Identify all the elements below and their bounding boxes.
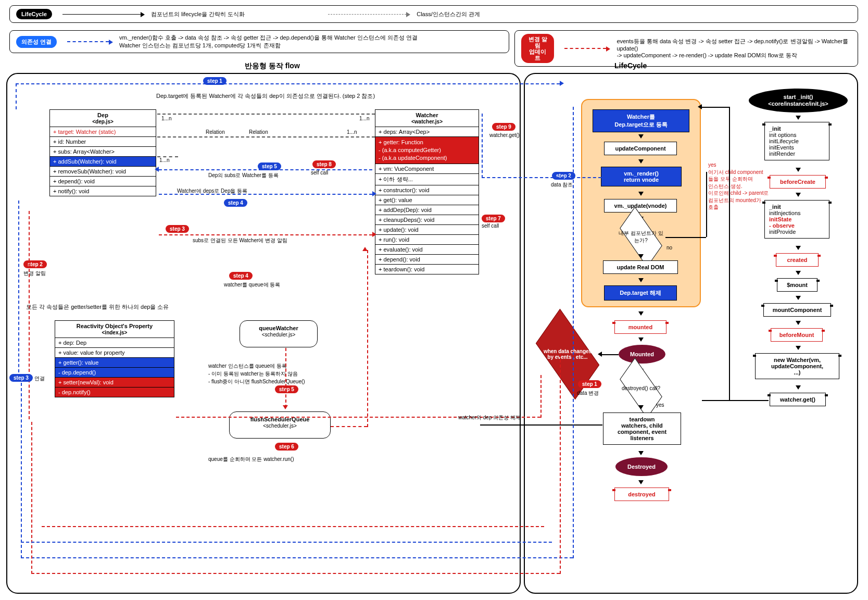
section-title-lifecycle: LifeCycle [614,61,647,70]
lc-render: vm._render() return vnode [601,167,682,186]
yes-note: yes 여기서 child component 들을 모두 순회하며 인스턴스 … [708,161,769,211]
rstep5-badge: step 5 [275,385,298,393]
blue-arrow-icon [67,41,109,42]
lc-mountComponent: mountComponent [763,303,831,317]
step1-badge: step 1 [203,77,227,85]
lc-change: when data changes by events , etc... [534,333,601,375]
step5-note: Dep의 subs로 Watcher를 등록 [208,172,279,179]
lc-destroyed-oval: Destroyed [615,457,668,476]
lc-diamond-inner: 내부 컴포넌트가 있는가? [618,224,664,250]
diagram-canvas: LifeCycle 컴포넌트의 lifecycle을 간략히 도식화 Class… [0,0,868,600]
lc-teardown: teardown watchers, child component, even… [603,413,681,445]
relation-1: Relation [206,129,225,135]
lc-upd: vm._update(vnode) [604,199,677,213]
lc-created: created [776,253,819,267]
rstep6-badge: step 6 [275,443,298,451]
lc-start: start _init() <core/instance/init.js> [749,89,848,113]
step2-right-note: data 참조 [551,181,573,189]
solid-arrow-icon [62,14,141,15]
rstep3-note: subs로 연결된 모든 Watcher에 변경 알림 [193,237,287,244]
lc-uc: updateComponent [604,142,677,155]
queue-notes: watcher 인스턴스를 queue에 등록- 이미 등록된 watcher는… [208,354,305,385]
lc-release: Dep.target 해제 [604,285,677,301]
legend-row2: 의존성 연결 vm._render()함수 호출 -> data 속성 참조 -… [9,30,509,53]
lc-no: no [666,245,672,251]
rstep1-note: data 변경 [577,390,599,397]
dashed-arrow-icon [328,14,406,15]
step4-badge: step 4 [224,199,247,207]
step2-right-badge: step 2 [552,172,575,180]
legend-dep-text: vm._render()함수 호출 -> data 속성 참조 -> 속성 ge… [119,34,418,49]
rstep4-note: watcher를 queue에 등록 [224,281,280,289]
cleanup-note: watcher와 dep 의존성 해제 [458,414,521,421]
rstep4-badge: step 4 [229,272,253,280]
queue-watcher: queueWatcher<scheduler.js> [240,320,318,347]
rstep9-badge: step 9 [492,123,515,131]
rstep1-badge: step 1 [578,380,601,388]
lc-watcher-get: watcher.get() [770,393,826,406]
rstep2-note: 변경 알림 [23,270,46,277]
lc-yes: yes [656,402,664,408]
legend-row1: LifeCycle 컴포넌트의 lifecycle을 간략히 도식화 Class… [9,5,858,23]
flush-note: queue를 순회하며 모든 watcher.run() [208,456,294,463]
lifecycle-pill: LifeCycle [16,9,52,19]
step3-note: 연결 [34,375,45,382]
one-n-4: 1...n [159,157,169,163]
lc-init2: _init initInjections initState - observe… [764,200,829,239]
dep-pill: 의존성 연결 [16,36,57,48]
uml-reactivity: Reactivity Object's Property<index.js> +… [55,320,174,397]
uml-dep: Dep<dep.js> + target: Watcher (static) +… [49,109,156,196]
lc-mount: $mount [777,278,817,292]
rstep7-badge: step 7 [482,215,505,222]
legend-upd-text: events등을 통해 data 속성 변경 -> 속성 setter 접근 -… [617,38,851,59]
uml-watcher: Watcher<watcher.js> + deps: Array<Dep> +… [375,109,479,274]
section-title-flow: 반응형 동작 flow [245,61,300,71]
step8-note: self call [311,170,328,176]
lc-destroyed-label: destroyed [614,488,669,501]
lc-real: update Real DOM [603,260,678,274]
red-arrow-icon [564,48,606,49]
lc-reg: Watcher를 Dep.target으로 등록 [593,109,689,132]
own-note: 모든 각 속성들은 getter/setter를 위한 하나의 dep을 소유 [26,303,203,311]
rstep9-note: watcher.get() [489,132,520,138]
step3-badge: step 3 [9,374,33,382]
lc-init1: _init init options initLifecycle initEve… [764,122,829,160]
rstep7-note: self call [482,223,499,229]
step8-badge: step 8 [312,160,336,168]
lc-mounted-oval: Mounted [619,345,665,364]
lc-destroyed-q: destroyed() call? [618,375,664,401]
flush-queue: flushSchedulerQueue<scheduler.js> [229,411,331,439]
lc-mounted-label: mounted [614,320,666,334]
rstep2-badge: step 2 [23,260,47,268]
legend-row3: 변경 알림 업데이트 events등을 통해 data 속성 변경 -> 속성 … [514,30,858,67]
lc-beforeCreate: beforeCreate [770,175,826,189]
legend-lifecycle-text: 컴포넌트의 lifecycle을 간략히 도식화 [151,10,245,18]
step1-note: Dep.target에 등록된 Watcher에 각 속성들의 dep이 의존성… [156,92,375,100]
lc-beforeMount: beforeMount [771,328,823,342]
upd-pill: 변경 알림 업데이트 [521,34,554,63]
step4-note: Watcher에 deps로 Dep을 등록 [177,188,247,195]
rstep3-badge: step 3 [166,225,189,233]
one-n-3: 1...n [347,129,357,135]
lc-newWatcher: new Watcher(vm, updateComponent, ...) [755,353,839,379]
one-n-1: 1...n [161,116,171,121]
relation-2: Relation [249,129,268,135]
legend-class-text: Class/인스턴스간의 관계 [417,10,480,18]
one-n-2: 1...n [359,116,369,121]
